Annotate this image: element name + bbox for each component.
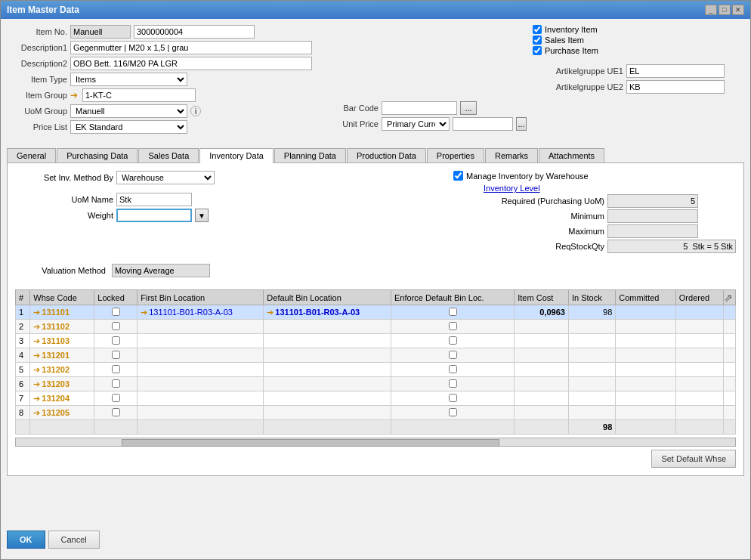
cell-default-bin: ➔131101-B01-R03-A-03	[264, 305, 391, 320]
cell-enforce[interactable]	[391, 406, 515, 420]
col-expand[interactable]: ⇗	[724, 290, 736, 305]
uom-name-input[interactable]	[116, 193, 192, 206]
table-row[interactable]: 7 ➔131204	[16, 391, 736, 406]
req-stock-qty-input[interactable]	[607, 240, 736, 253]
cell-locked[interactable]	[94, 305, 138, 320]
row-arrow-icon: ➔	[33, 336, 40, 345]
manage-by-warehouse-checkbox[interactable]	[453, 171, 463, 181]
form-left: Item No. Description1 Description2 Item …	[7, 25, 312, 136]
tab-attachments[interactable]: Attachments	[539, 148, 604, 162]
cell-enforce[interactable]	[391, 391, 515, 406]
tab-inventory[interactable]: Inventory Data	[199, 148, 274, 163]
purchase-item-checkbox[interactable]	[533, 46, 542, 55]
scrollbar-thumb[interactable]	[122, 439, 499, 447]
inventory-level-title[interactable]: Inventory Level	[484, 184, 736, 193]
cell-locked[interactable]	[94, 377, 138, 391]
cell-enforce[interactable]	[391, 334, 515, 348]
minimum-input[interactable]	[607, 209, 698, 223]
cell-enforce[interactable]	[391, 377, 515, 391]
desc1-input[interactable]	[70, 41, 312, 54]
table-row[interactable]: 1 ➔131101 ➔131101-B01-R03-A-03 ➔131101-B…	[16, 305, 736, 320]
cell-committed	[616, 305, 676, 320]
cell-locked[interactable]	[94, 348, 138, 363]
cell-ordered	[675, 391, 723, 406]
cell-locked[interactable]	[94, 320, 138, 334]
unit-price-currency-select[interactable]: Primary Curre	[382, 117, 450, 131]
bar-code-browse-button[interactable]: ...	[460, 101, 477, 115]
cell-extra	[724, 334, 736, 348]
uom-group-select[interactable]: Manuell	[70, 104, 187, 118]
tab-production[interactable]: Production Data	[347, 148, 426, 162]
desc2-label: Description2	[7, 59, 67, 68]
ok-button[interactable]: OK	[7, 531, 45, 549]
valuation-method-input[interactable]	[112, 264, 210, 277]
cell-whse: ➔131103	[30, 334, 94, 348]
inventory-item-checkbox[interactable]	[533, 25, 542, 34]
tab-purchasing[interactable]: Purchasing Data	[57, 148, 138, 162]
cell-locked[interactable]	[94, 363, 138, 377]
table-row[interactable]: 3 ➔131103	[16, 334, 736, 348]
weight-input[interactable]	[116, 209, 192, 222]
unit-price-browse-button[interactable]: ...	[516, 117, 527, 131]
cell-locked[interactable]	[94, 334, 138, 348]
cell-first-bin	[138, 406, 264, 420]
total-cell-5	[264, 420, 391, 435]
set-inv-method-select[interactable]: Warehouse	[116, 171, 215, 184]
tab-remarks[interactable]: Remarks	[485, 148, 538, 162]
required-input[interactable]	[607, 194, 698, 208]
maximum-input[interactable]	[607, 224, 698, 238]
uom-group-info-icon[interactable]: i	[190, 106, 201, 116]
cell-extra	[724, 305, 736, 320]
maximum-label: Maximum	[468, 227, 604, 236]
cell-enforce[interactable]	[391, 305, 515, 320]
cell-item-cost	[515, 391, 569, 406]
tab-sales[interactable]: Sales Data	[138, 148, 199, 162]
required-label: Required (Purchasing UoM)	[468, 196, 604, 206]
set-default-whse-button[interactable]: Set Default Whse	[651, 450, 736, 468]
cell-first-bin	[138, 320, 264, 334]
cancel-button[interactable]: Cancel	[48, 531, 100, 549]
table-row[interactable]: 4 ➔131201	[16, 348, 736, 363]
cell-default-bin	[264, 406, 391, 420]
cell-enforce[interactable]	[391, 320, 515, 334]
cell-locked[interactable]	[94, 406, 138, 420]
item-no-mode-input[interactable]	[70, 25, 131, 39]
item-group-input[interactable]	[82, 88, 196, 102]
cell-enforce[interactable]	[391, 363, 515, 377]
item-type-select[interactable]: Items	[70, 73, 187, 86]
cell-locked[interactable]	[94, 391, 138, 406]
cell-default-bin	[264, 334, 391, 348]
row-arrow-icon: ➔	[33, 394, 40, 403]
cell-ordered	[675, 320, 723, 334]
cell-whse: ➔131203	[30, 377, 94, 391]
table-row[interactable]: 2 ➔131102	[16, 320, 736, 334]
tab-planning[interactable]: Planning Data	[274, 148, 346, 162]
col-enforce: Enforce Default Bin Loc.	[391, 290, 515, 305]
col-num: #	[16, 290, 30, 305]
sales-item-checkbox[interactable]	[533, 36, 542, 45]
tab-properties[interactable]: Properties	[427, 148, 484, 162]
tab-content-inventory: Set Inv. Method By Warehouse UoM Name We…	[7, 163, 744, 476]
expand-icon[interactable]: ⇗	[724, 292, 733, 304]
minimize-button[interactable]: _	[705, 5, 717, 15]
price-list-select[interactable]: EK Standard	[70, 120, 187, 134]
table-row[interactable]: 5 ➔131202	[16, 363, 736, 377]
bar-code-input[interactable]	[382, 101, 457, 115]
table-row[interactable]: 8 ➔131205	[16, 406, 736, 420]
total-in-stock: 98	[568, 420, 615, 435]
total-cell-4	[138, 420, 264, 435]
tab-general[interactable]: General	[7, 148, 56, 162]
total-cell-6	[391, 420, 515, 435]
cell-enforce[interactable]	[391, 348, 515, 363]
horizontal-scrollbar[interactable]	[15, 438, 736, 447]
desc2-input[interactable]	[70, 57, 312, 70]
maximize-button[interactable]: □	[719, 5, 731, 15]
table-row[interactable]: 6 ➔131203	[16, 377, 736, 391]
weight-dropdown-button[interactable]: ▼	[195, 209, 209, 222]
artikelgruppe-ue1-input[interactable]	[626, 64, 725, 78]
close-button[interactable]: ✕	[732, 5, 744, 15]
unit-price-input[interactable]	[453, 117, 513, 131]
artikelgruppe-ue2-input[interactable]	[626, 80, 725, 94]
cell-num: 6	[16, 377, 30, 391]
item-no-value-input[interactable]	[134, 25, 255, 39]
